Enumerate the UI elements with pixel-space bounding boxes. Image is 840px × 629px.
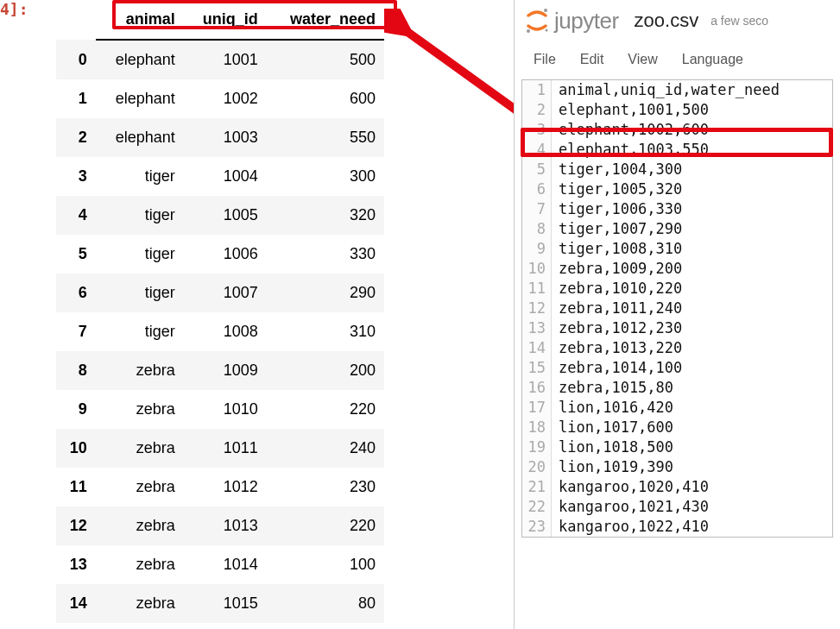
line-content[interactable]: lion,1017,600 [552,418,673,437]
line-content[interactable]: elephant,1002,600 [552,120,709,140]
line-content[interactable]: zebra,1011,240 [552,299,682,318]
menu-file[interactable]: File [534,52,556,67]
line-number: 20 [522,457,552,477]
cell-animal: zebra [96,545,184,584]
editor-line[interactable]: 16zebra,1015,80 [522,378,832,398]
line-content[interactable]: animal,uniq_id,water_need [552,80,780,100]
table-row: 1elephant1002600 [56,79,384,118]
cell-water_need: 330 [267,235,384,274]
editor-line[interactable]: 17lion,1016,420 [522,398,832,418]
line-content[interactable]: lion,1018,500 [552,437,673,457]
line-number: 22 [522,497,552,517]
line-content[interactable]: tiger,1004,300 [552,160,682,179]
cell-animal: zebra [96,390,184,429]
cell-water_need: 220 [267,390,384,429]
line-content[interactable]: tiger,1008,310 [552,239,682,259]
cell-animal: elephant [96,118,184,157]
cell-animal: tiger [96,157,184,196]
line-content[interactable]: zebra,1010,220 [552,279,682,299]
cell-uniq_id: 1015 [184,584,267,623]
editor-line[interactable]: 1animal,uniq_id,water_need [522,80,832,100]
cell-uniq_id: 1001 [184,40,267,79]
editor-line[interactable]: 12zebra,1011,240 [522,299,832,318]
menu-language[interactable]: Language [682,52,743,67]
editor-line[interactable]: 3elephant,1002,600 [522,120,832,140]
line-content[interactable]: kangaroo,1022,410 [552,517,709,537]
editor-line[interactable]: 23kangaroo,1022,410 [522,517,832,537]
editor-line[interactable]: 10zebra,1009,200 [522,259,832,279]
cell-water_need: 200 [267,351,384,390]
jupyter-logo[interactable]: jupyter [525,7,619,35]
line-content[interactable]: elephant,1003,550 [552,140,709,160]
editor-line[interactable]: 21kangaroo,1020,410 [522,477,832,497]
line-number: 13 [522,318,552,338]
cell-water_need: 230 [267,468,384,506]
dataframe-output: animal uniq_id water_need 0elephant10015… [56,0,384,623]
line-content[interactable]: zebra,1014,100 [552,358,682,378]
line-number: 2 [522,100,552,120]
editor-line[interactable]: 9tiger,1008,310 [522,239,832,259]
line-content[interactable]: tiger,1007,290 [552,219,682,239]
editor-line[interactable]: 15zebra,1014,100 [522,358,832,378]
row-index: 3 [56,157,96,196]
line-number: 5 [522,160,552,179]
text-editor[interactable]: 1animal,uniq_id,water_need2elephant,1001… [521,79,833,538]
editor-line[interactable]: 2elephant,1001,500 [522,100,832,120]
cell-uniq_id: 1002 [184,79,267,118]
cell-water_need: 500 [267,40,384,79]
row-index: 7 [56,312,96,351]
editor-line[interactable]: 20lion,1019,390 [522,457,832,477]
line-content[interactable]: tiger,1006,330 [552,199,682,219]
line-number: 18 [522,418,552,437]
table-row: 0elephant1001500 [56,40,384,79]
row-index: 2 [56,118,96,157]
line-content[interactable]: zebra,1015,80 [552,378,673,398]
line-content[interactable]: zebra,1012,230 [552,318,682,338]
editor-line[interactable]: 14zebra,1013,220 [522,338,832,358]
row-index: 11 [56,468,96,506]
editor-line[interactable]: 7tiger,1006,330 [522,199,832,219]
line-content[interactable]: kangaroo,1021,430 [552,497,709,517]
cell-animal: zebra [96,429,184,468]
menu-view[interactable]: View [628,52,657,67]
menu-edit[interactable]: Edit [580,52,604,67]
line-content[interactable]: lion,1019,390 [552,457,673,477]
cell-uniq_id: 1003 [184,118,267,157]
editor-line[interactable]: 6tiger,1005,320 [522,179,832,199]
table-row: 11zebra1012230 [56,468,384,506]
table-row: 10zebra1011240 [56,429,384,468]
col-animal: animal [96,0,184,40]
editor-line[interactable]: 18lion,1017,600 [522,418,832,437]
editor-line[interactable]: 13zebra,1012,230 [522,318,832,338]
editor-line[interactable]: 8tiger,1007,290 [522,219,832,239]
line-number: 4 [522,140,552,160]
editor-line[interactable]: 4elephant,1003,550 [522,140,832,160]
table-header-row: animal uniq_id water_need [56,0,384,40]
editor-line[interactable]: 22kangaroo,1021,430 [522,497,832,517]
cell-uniq_id: 1008 [184,312,267,351]
table-row: 2elephant1003550 [56,118,384,157]
cell-water_need: 550 [267,118,384,157]
line-content[interactable]: zebra,1013,220 [552,338,682,358]
line-content[interactable]: elephant,1001,500 [552,100,709,120]
table-row: 13zebra1014100 [56,545,384,584]
line-content[interactable]: tiger,1005,320 [552,179,682,199]
row-index: 13 [56,545,96,584]
line-content[interactable]: zebra,1009,200 [552,259,682,279]
table-row: 6tiger1007290 [56,274,384,312]
table-row: 3tiger1004300 [56,157,384,196]
cell-water_need: 320 [267,196,384,235]
jupyter-header: jupyter zoo.csv a few seco [515,0,840,38]
editor-line[interactable]: 5tiger,1004,300 [522,160,832,179]
jupyter-filename[interactable]: zoo.csv [635,9,699,32]
jupyter-logo-icon [525,7,549,35]
line-content[interactable]: kangaroo,1020,410 [552,477,709,497]
line-content[interactable]: lion,1016,420 [552,398,673,418]
editor-line[interactable]: 19lion,1018,500 [522,437,832,457]
svg-line-0 [401,28,531,121]
cell-animal: elephant [96,40,184,79]
line-number: 6 [522,179,552,199]
editor-line[interactable]: 11zebra,1010,220 [522,279,832,299]
cell-animal: zebra [96,506,184,545]
col-water-need: water_need [267,0,384,40]
